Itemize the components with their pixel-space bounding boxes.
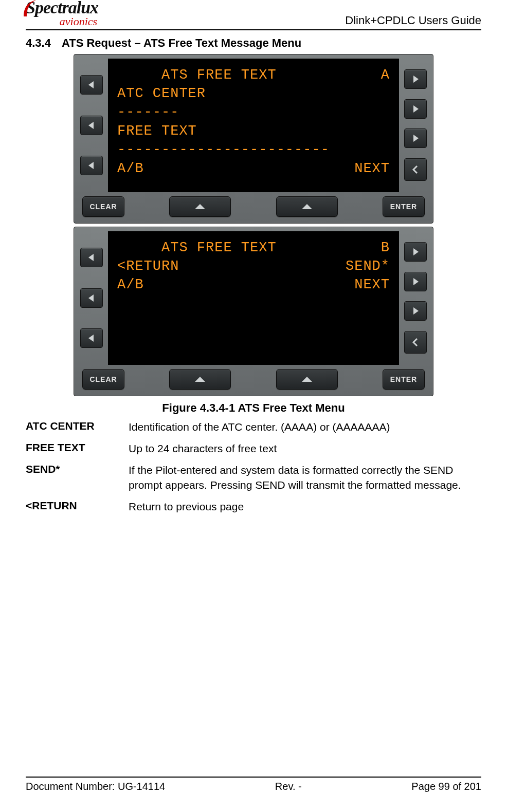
scroll-up-button[interactable] [169,369,231,390]
enter-button[interactable]: ENTER [383,369,425,390]
screen-line-left: ------- [117,103,179,121]
display-screen: ATS FREE TEXTB<RETURNSEND*A/BNEXT [108,231,399,365]
svg-marker-2 [88,162,94,169]
line-select-key-left[interactable] [80,156,103,175]
enter-button[interactable]: ENTER [383,196,425,217]
document-title: Dlink+CPDLC Users Guide [345,14,481,28]
line-select-key-right[interactable] [404,99,427,119]
page-footer: Document Number: UG-14114 Rev. - Page 99… [26,777,481,792]
svg-marker-14 [195,377,205,382]
line-select-key-right[interactable] [404,128,427,148]
page-header: Spectralux avionics Dlink+CPDLC Users Gu… [26,0,481,30]
clear-button[interactable]: CLEAR [82,369,124,390]
screen-line-left: ATC CENTER [117,84,206,103]
logo: Spectralux avionics [26,0,98,28]
logo-brand: Spectralux [26,0,98,16]
definitions-list: ATC CENTERIdentification of the ATC cent… [26,420,481,514]
screen-page-indicator: A [381,66,390,84]
svg-marker-13 [413,307,419,315]
definition-row: <RETURNReturn to previous page [26,500,481,514]
definition-term: FREE TEXT [26,441,129,456]
svg-marker-15 [302,377,312,382]
scroll-up-button[interactable] [276,196,338,217]
line-select-key-left[interactable] [80,75,103,95]
definition-term: ATC CENTER [26,420,129,434]
screen-line-right: NEXT [354,275,390,294]
device-panel: ATS FREE TEXTAATC CENTER-------FREE TEXT… [74,54,433,224]
line-select-key-left[interactable] [80,328,103,348]
logo-swoosh-icon [23,0,38,17]
screen-line-left: FREE TEXT [117,122,197,140]
footer-docnum: Document Number: UG-14114 [26,781,165,792]
page-key[interactable] [404,331,427,354]
figure-caption: Figure 4.3.4-1 ATS Free Text Menu [26,401,481,415]
page-key[interactable] [404,158,427,181]
svg-marker-0 [88,81,94,88]
svg-marker-6 [195,204,205,209]
line-select-key-right[interactable] [404,69,427,89]
screen-title: ATS FREE TEXT [117,238,277,257]
svg-marker-9 [88,294,94,302]
line-select-key-right[interactable] [404,301,427,321]
screen-page-indicator: B [381,238,390,257]
scroll-up-button[interactable] [276,369,338,390]
clear-button[interactable]: CLEAR [82,196,124,217]
section-number: 4.3.4 [26,36,62,50]
line-select-key-left[interactable] [80,288,103,308]
svg-marker-5 [413,135,419,142]
line-select-key-right[interactable] [404,272,427,291]
footer-page: Page 99 of 201 [411,781,481,792]
definition-row: SEND*If the Pilot-entered and system dat… [26,463,481,492]
svg-marker-1 [88,122,94,129]
svg-marker-4 [413,105,419,113]
screen-line-right: SEND* [346,257,390,275]
section-title: ATS Request – ATS Free Text Message Menu [62,36,301,49]
line-select-key-left[interactable] [80,248,103,267]
definition-description: Up to 24 characters of free text [129,441,481,456]
display-screen: ATS FREE TEXTAATC CENTER-------FREE TEXT… [108,59,399,192]
definition-description: If the Pilot-entered and system data is … [129,463,481,492]
screen-line-left: A/B [117,275,144,294]
screen-title: ATS FREE TEXT [117,66,277,84]
definition-row: FREE TEXTUp to 24 characters of free tex… [26,441,481,456]
svg-marker-3 [413,76,419,83]
screen-line-left: A/B [117,159,144,178]
definition-description: Return to previous page [129,500,481,514]
line-select-key-right[interactable] [404,242,427,262]
svg-marker-10 [88,335,94,342]
line-select-key-left[interactable] [80,116,103,135]
svg-marker-11 [413,248,419,255]
svg-marker-7 [302,204,312,209]
screen-line-left: ------------------------ [117,140,330,159]
scroll-up-button[interactable] [169,196,231,217]
section-heading: 4.3.4ATS Request – ATS Free Text Message… [26,36,481,50]
definition-description: Identification of the ATC center. (AAAA)… [129,420,481,434]
screen-line-left: <RETURN [117,257,179,275]
svg-marker-12 [413,278,419,285]
definition-term: <RETURN [26,500,129,514]
definition-row: ATC CENTERIdentification of the ATC cent… [26,420,481,434]
footer-rev: Rev. - [275,781,302,792]
device-panel: ATS FREE TEXTB<RETURNSEND*A/BNEXTCLEAREN… [74,227,433,396]
screen-line-right: NEXT [354,159,390,178]
definition-term: SEND* [26,463,129,492]
svg-marker-8 [88,254,94,261]
